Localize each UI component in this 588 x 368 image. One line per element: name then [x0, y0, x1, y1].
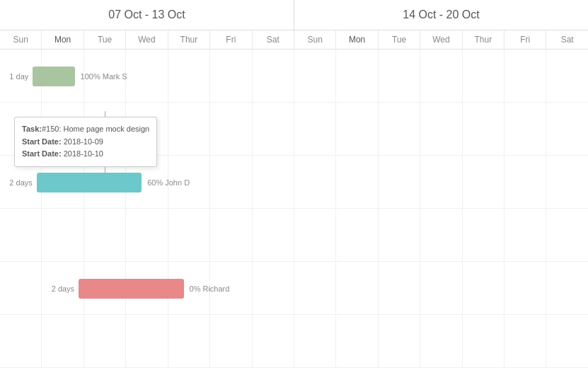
- grid-cell-5-13: [546, 315, 587, 367]
- grid-cell-2-7: [294, 156, 336, 208]
- grid-cell-4-1: [42, 262, 83, 314]
- grid-cell-5-10: [420, 315, 462, 367]
- grid-cell-1-10: [420, 103, 462, 155]
- grid-cell-0-9: [379, 50, 420, 102]
- grid-cell-2-2: [84, 156, 126, 208]
- grid-cell-4-8: [336, 262, 378, 314]
- day-header-1: Mon: [42, 30, 83, 49]
- grid-cell-3-8: [336, 209, 378, 261]
- grid-cell-4-2: [84, 262, 126, 314]
- grid-cell-3-13: [546, 209, 587, 261]
- grid-cell-0-7: [294, 50, 336, 102]
- grid-cell-4-13: [546, 262, 587, 314]
- grid-cell-5-12: [505, 315, 546, 367]
- grid-row-3: [0, 209, 588, 262]
- week-header-2: 14 Oct - 20 Oct: [294, 0, 588, 30]
- grid-cell-2-3: [126, 156, 168, 208]
- day-header-8: Mon: [336, 30, 378, 49]
- week-headers: 07 Oct - 13 Oct 14 Oct - 20 Oct: [0, 0, 588, 30]
- grid-row-0: [0, 50, 588, 103]
- grid-cell-0-8: [336, 50, 378, 102]
- grid-cell-0-6: [253, 50, 294, 102]
- day-header-10: Wed: [420, 30, 462, 49]
- day-header-4: Thur: [168, 30, 210, 49]
- grid-cell-5-5: [210, 315, 252, 367]
- grid-cell-3-7: [294, 209, 336, 261]
- grid-cell-1-3: [126, 103, 168, 155]
- grid-cell-3-9: [379, 209, 420, 261]
- grid-row-1: [0, 103, 588, 156]
- grid-cell-1-7: [294, 103, 336, 155]
- grid-cell-2-8: [336, 156, 378, 208]
- grid-cell-1-13: [546, 103, 587, 155]
- grid-cell-4-6: [253, 262, 294, 314]
- grid-cell-2-5: [210, 156, 252, 208]
- grid-row-2: [0, 156, 588, 209]
- grid-cell-1-4: [168, 103, 210, 155]
- grid-cell-1-11: [463, 103, 505, 155]
- grid-cell-0-0: [0, 50, 42, 102]
- week-header-1: 07 Oct - 13 Oct: [0, 0, 294, 30]
- day-header-13: Sat: [546, 30, 587, 49]
- grid-cell-1-6: [253, 103, 294, 155]
- day-header-6: Sat: [253, 30, 294, 49]
- grid-cell-1-8: [336, 103, 378, 155]
- day-header-12: Fri: [505, 30, 546, 49]
- grid-cell-2-9: [379, 156, 420, 208]
- grid-cell-4-5: [210, 262, 252, 314]
- grid-cell-3-3: [126, 209, 168, 261]
- grid-cell-4-3: [126, 262, 168, 314]
- grid-body: 1 day100% Mark S2 days60% John D2 days0%…: [0, 50, 588, 368]
- grid-cell-0-10: [420, 50, 462, 102]
- day-header-0: Sun: [0, 30, 42, 49]
- grid-row-5: [0, 315, 588, 368]
- grid-cell-2-0: [0, 156, 42, 208]
- grid-cell-1-9: [379, 103, 420, 155]
- grid-cell-3-5: [210, 209, 252, 261]
- grid-cell-5-6: [253, 315, 294, 367]
- grid-cell-3-11: [463, 209, 505, 261]
- grid-cell-5-7: [294, 315, 336, 367]
- grid-cell-0-1: [42, 50, 83, 102]
- grid-cell-2-4: [168, 156, 210, 208]
- grid-cell-5-1: [42, 315, 83, 367]
- day-header-3: Wed: [126, 30, 168, 49]
- grid-cell-2-12: [505, 156, 546, 208]
- grid-cell-0-5: [210, 50, 252, 102]
- grid-cell-2-6: [253, 156, 294, 208]
- grid-cell-0-4: [168, 50, 210, 102]
- grid-cell-5-11: [463, 315, 505, 367]
- grid-cell-2-1: [42, 156, 83, 208]
- grid-cell-2-11: [463, 156, 505, 208]
- grid-cell-4-11: [463, 262, 505, 314]
- grid-cell-3-1: [42, 209, 83, 261]
- day-headers: SunMonTueWedThurFriSatSunMonTueWedThurFr…: [0, 30, 588, 50]
- grid-cell-5-8: [336, 315, 378, 367]
- day-header-5: Fri: [210, 30, 252, 49]
- grid-cell-5-9: [379, 315, 420, 367]
- grid-cell-1-5: [210, 103, 252, 155]
- grid-cell-3-12: [505, 209, 546, 261]
- grid-cell-4-10: [420, 262, 462, 314]
- grid-cell-3-10: [420, 209, 462, 261]
- grid-cell-1-12: [505, 103, 546, 155]
- grid-cell-3-0: [0, 209, 42, 261]
- day-header-11: Thur: [463, 30, 505, 49]
- grid-cell-1-1: [42, 103, 83, 155]
- grid-cell-4-4: [168, 262, 210, 314]
- grid-cell-4-0: [0, 262, 42, 314]
- grid-cell-0-2: [84, 50, 126, 102]
- day-header-7: Sun: [294, 30, 336, 49]
- grid-cell-0-13: [546, 50, 587, 102]
- grid-cell-4-9: [379, 262, 420, 314]
- grid-cell-5-4: [168, 315, 210, 367]
- gantt-container: 07 Oct - 13 Oct 14 Oct - 20 Oct SunMonTu…: [0, 0, 588, 368]
- grid-cell-1-0: [0, 103, 42, 155]
- day-header-2: Tue: [84, 30, 126, 49]
- day-header-9: Tue: [379, 30, 420, 49]
- grid-cell-5-0: [0, 315, 42, 367]
- grid-cell-2-13: [546, 156, 587, 208]
- grid-row-4: [0, 262, 588, 315]
- grid-cell-0-12: [505, 50, 546, 102]
- grid-cell-3-2: [84, 209, 126, 261]
